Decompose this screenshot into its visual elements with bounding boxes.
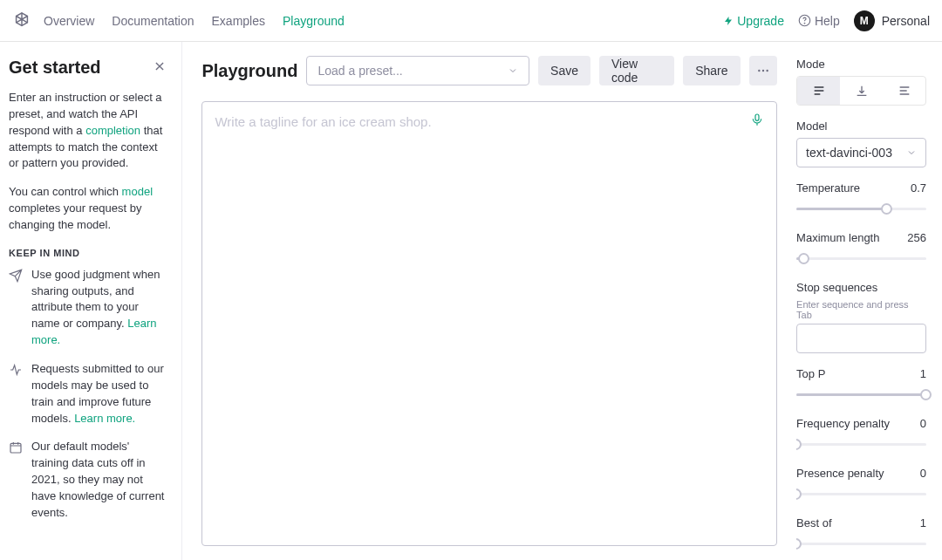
microphone-icon [750, 113, 764, 126]
topp-value: 1 [920, 367, 926, 380]
prompt-textarea[interactable]: Write a tagline for an ice cream shop. [201, 101, 777, 546]
topbar-right: Upgrade Help M Personal [723, 10, 930, 31]
settings-panel: Mode Model text-davinci-003 [796, 42, 942, 560]
topp-label: Top P [796, 367, 825, 380]
mode-insert[interactable] [840, 77, 883, 105]
nav-documentation[interactable]: Documentation [112, 14, 194, 28]
playground-header: Playground Load a preset... Save View co… [182, 42, 796, 98]
maxlen-label: Maximum length [796, 231, 879, 244]
stop-hint: Enter sequence and press Tab [796, 299, 926, 320]
nav-overview[interactable]: Overview [44, 14, 94, 28]
topp-slider[interactable] [796, 386, 926, 403]
nav-examples[interactable]: Examples [212, 14, 265, 28]
keep-in-mind-heading: KEEP IN MIND [9, 248, 167, 258]
freq-value: 0 [920, 417, 926, 430]
tip-1: Use good judgment when sharing outputs, … [9, 267, 167, 349]
prompt-placeholder: Write a tagline for an ice cream shop. [215, 114, 431, 129]
maxlen-slider[interactable] [796, 249, 926, 267]
preset-placeholder: Load a preset... [317, 64, 402, 78]
mode-edit-icon [898, 84, 911, 98]
account-label: Personal [882, 14, 930, 28]
model-label: Model [796, 120, 827, 133]
temperature-slider[interactable] [796, 200, 926, 217]
chevron-down-icon [508, 65, 518, 76]
close-icon [154, 60, 166, 72]
ellipsis-icon [756, 64, 770, 78]
upgrade-label: Upgrade [737, 14, 784, 28]
mode-insert-icon [855, 84, 869, 98]
openai-logo-icon [12, 11, 31, 31]
mode-toggle [796, 76, 926, 106]
getting-started-title: Get started [9, 58, 101, 78]
svg-rect-2 [10, 444, 21, 454]
more-button[interactable] [749, 56, 778, 85]
intro-paragraph-2: You can control which model completes yo… [9, 184, 167, 234]
pres-slider[interactable] [796, 485, 926, 502]
upgrade-link[interactable]: Upgrade [723, 14, 784, 28]
view-code-button[interactable]: View code [599, 56, 674, 85]
bestof-value: 1 [920, 516, 926, 529]
svg-point-5 [766, 70, 768, 72]
svg-point-1 [804, 23, 805, 24]
tip-2: Requests submitted to our models may be … [9, 361, 167, 427]
temperature-label: Temperature [796, 181, 860, 195]
close-panel-button[interactable] [154, 58, 166, 77]
model-select[interactable]: text-davinci-003 [796, 138, 926, 167]
freq-slider[interactable] [796, 435, 926, 453]
completion-link[interactable]: completion [85, 124, 140, 137]
mode-complete[interactable] [797, 77, 840, 105]
nav-playground[interactable]: Playground [283, 14, 345, 28]
temperature-value: 0.7 [911, 181, 926, 195]
svg-point-4 [762, 70, 764, 72]
main-nav: Overview Documentation Examples Playgrou… [44, 14, 345, 28]
content-row: Get started Enter an instruction or sele… [0, 42, 942, 560]
pres-label: Presence penalty [796, 467, 884, 480]
mode-complete-icon [812, 84, 826, 98]
intro-paragraph-1: Enter an instruction or select a preset,… [9, 90, 167, 172]
stop-input[interactable] [796, 324, 926, 353]
mode-label: Mode [796, 58, 825, 71]
help-label: Help [815, 14, 840, 28]
intro-2b: completes your request by changing the m… [9, 201, 141, 231]
intro-2a: You can control which [9, 185, 122, 198]
avatar: M [854, 10, 875, 31]
stop-label: Stop sequences [796, 281, 877, 294]
pres-value: 0 [920, 467, 926, 480]
bolt-icon [723, 16, 734, 26]
mode-edit[interactable] [883, 77, 925, 105]
activity-icon [9, 363, 23, 377]
paper-plane-icon [9, 269, 23, 283]
tip2-learn-more[interactable]: Learn more. [74, 412, 135, 425]
freq-label: Frequency penalty [796, 417, 890, 430]
maxlen-value: 256 [907, 231, 926, 244]
model-value: text-davinci-003 [806, 146, 892, 160]
svg-rect-6 [755, 114, 759, 120]
playground-main: Playground Load a preset... Save View co… [182, 42, 796, 560]
bestof-label: Best of [796, 516, 831, 529]
chevron-down-icon [906, 147, 917, 158]
account-menu[interactable]: M Personal [854, 10, 930, 31]
tip-3: Our default models' training data cuts o… [9, 439, 167, 521]
preset-select[interactable]: Load a preset... [306, 56, 529, 85]
microphone-button[interactable] [750, 113, 764, 126]
svg-point-3 [758, 70, 760, 72]
model-link[interactable]: model [122, 185, 153, 198]
help-link[interactable]: Help [798, 14, 840, 28]
getting-started-panel: Get started Enter an instruction or sele… [0, 42, 182, 560]
save-button[interactable]: Save [538, 56, 590, 85]
tip3-text: Our default models' training data cuts o… [31, 439, 167, 521]
calendar-icon [9, 440, 23, 454]
playground-title: Playground [201, 61, 297, 81]
share-button[interactable]: Share [683, 56, 740, 85]
topbar: Overview Documentation Examples Playgrou… [0, 0, 942, 42]
bestof-slider[interactable] [796, 535, 926, 552]
help-icon [798, 14, 811, 27]
